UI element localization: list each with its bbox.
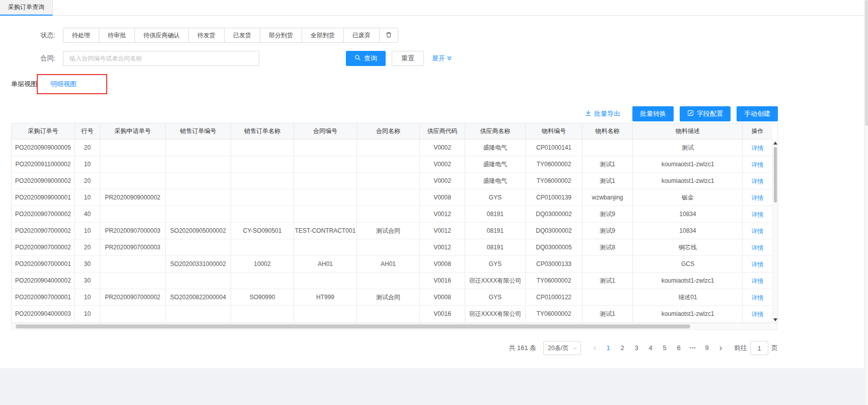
- detail-link[interactable]: 详情: [752, 278, 764, 285]
- batch-export-link[interactable]: 批量导出: [585, 109, 620, 118]
- tab-document-view[interactable]: 单据视图: [11, 80, 37, 89]
- total-count: 共 161 条: [509, 344, 536, 353]
- status-filter-button[interactable]: 待供应商确认: [134, 28, 189, 43]
- ops-body: 详情详情详情详情详情详情详情详情详情详情详情: [743, 140, 772, 322]
- page-number[interactable]: 4: [643, 341, 658, 355]
- ops-cell: 详情: [743, 289, 772, 306]
- status-filter-button[interactable]: 待处理: [63, 28, 99, 43]
- table-row: PO2020090400000310V0016宿迁XXXX有限公司TY06000…: [12, 306, 743, 322]
- table-row: PO2020091100000210V0002盛隆电气TY06000002测试1…: [12, 156, 743, 173]
- column-header: 行号: [75, 123, 100, 139]
- prev-page-button[interactable]: [588, 341, 601, 355]
- table-cell: PR20200909000002: [100, 189, 166, 206]
- tab-purchase-order-query[interactable]: 采购订单查询: [0, 0, 53, 16]
- table-cell: SO20200905000002: [166, 223, 231, 239]
- form-edit-icon: [687, 110, 694, 118]
- status-filter-button[interactable]: 全部到货: [302, 28, 344, 43]
- status-filter-button[interactable]: 已发货: [224, 28, 260, 43]
- goto-page-input[interactable]: [750, 341, 768, 355]
- table-cell: 测试1: [583, 173, 633, 189]
- table-header: 采购订单号行号采购申请单号销售订单编号销售订单名称合同编号合同名称供应商代码供应…: [12, 123, 743, 140]
- table-cell: 30: [75, 273, 100, 289]
- table-cell: 测试9: [583, 206, 633, 222]
- pager-ellipsis[interactable]: •••: [686, 341, 700, 355]
- table-cell: [231, 206, 294, 222]
- field-config-button[interactable]: 字段配置: [680, 106, 731, 121]
- ops-cell: 详情: [743, 156, 772, 173]
- manual-create-button[interactable]: 手动创建: [737, 106, 778, 121]
- h-scroll-thumb[interactable]: [16, 324, 690, 328]
- table-cell: [583, 289, 633, 305]
- status-filter-button[interactable]: 待审批: [99, 28, 135, 43]
- column-header: 销售订单编号: [166, 123, 231, 139]
- column-header: 采购申请单号: [100, 123, 166, 139]
- table-cell: 10: [75, 306, 100, 322]
- page-number[interactable]: 6: [672, 341, 686, 355]
- v-scrollbar[interactable]: [772, 140, 777, 323]
- page-number[interactable]: 5: [658, 341, 672, 355]
- next-page-button[interactable]: [714, 341, 727, 355]
- page-number[interactable]: 1: [601, 341, 615, 355]
- table-cell: [166, 140, 231, 156]
- detail-link[interactable]: 详情: [752, 244, 764, 251]
- query-button[interactable]: 查询: [346, 51, 386, 66]
- table-cell: [231, 273, 294, 289]
- table-cell: 测试9: [583, 223, 633, 239]
- contract-input[interactable]: [63, 51, 259, 66]
- table-cell: [166, 239, 231, 255]
- table-cell: 盛隆电气: [465, 173, 526, 189]
- page-number[interactable]: 3: [629, 341, 643, 355]
- column-header: 销售订单名称: [231, 123, 294, 139]
- status-filter-button[interactable]: 部分到货: [260, 28, 302, 43]
- h-scrollbar[interactable]: [11, 323, 778, 330]
- batch-convert-button[interactable]: 批量转换: [632, 106, 674, 121]
- page-size-select[interactable]: 20条/页: [543, 341, 581, 355]
- detail-link[interactable]: 详情: [752, 194, 764, 201]
- detail-link[interactable]: 详情: [752, 294, 764, 301]
- table-cell: [100, 306, 166, 322]
- detail-link[interactable]: 详情: [752, 211, 764, 218]
- scroll-up-arrow[interactable]: [773, 142, 777, 145]
- column-header: 物料名称: [583, 123, 633, 139]
- table-cell: 铜芯线: [633, 239, 743, 255]
- scroll-down-arrow[interactable]: [773, 318, 777, 321]
- tab-detail-view[interactable]: 明细视图: [50, 80, 77, 89]
- detail-link[interactable]: 详情: [752, 261, 764, 268]
- page-scrollbar[interactable]: [864, 0, 868, 405]
- table-cell: [166, 306, 231, 322]
- page-number[interactable]: 2: [615, 341, 629, 355]
- clear-status-button[interactable]: [379, 28, 398, 43]
- table-cell: [583, 256, 633, 272]
- table-cell: V0008: [420, 256, 465, 272]
- detail-link[interactable]: 详情: [752, 311, 764, 318]
- page-number[interactable]: 9: [700, 341, 714, 355]
- table-cell: DQ03000002: [526, 223, 583, 239]
- expand-link[interactable]: 展开: [432, 54, 452, 63]
- table-cell: [100, 256, 166, 272]
- chevron-right-icon: [718, 346, 724, 351]
- table-cell: 钣金: [633, 189, 743, 206]
- status-filter-button[interactable]: 已废弃: [343, 28, 380, 43]
- reset-button[interactable]: 重置: [392, 51, 424, 66]
- detail-link[interactable]: 详情: [752, 161, 764, 168]
- status-filter-button[interactable]: 待发货: [188, 28, 225, 43]
- trash-icon: [385, 31, 392, 40]
- table-cell: 10: [75, 189, 100, 206]
- table-cell: [357, 156, 420, 172]
- page-scroll-thumb[interactable]: [865, 0, 868, 126]
- table-cell: CP01000122: [526, 289, 583, 305]
- table-cell: [294, 173, 357, 189]
- table-cell: PO20200907000001: [12, 256, 75, 272]
- detail-link[interactable]: 详情: [752, 228, 764, 235]
- table-row: PO2020090700000240V001208191DQ03000002测试…: [12, 206, 743, 223]
- table-cell: 20: [75, 140, 100, 156]
- table-cell: 10834: [633, 223, 743, 239]
- ops-cell: 详情: [743, 256, 772, 273]
- v-scroll-thumb[interactable]: [774, 147, 777, 202]
- table-row: PO2020090700000220PR20200907000003V00120…: [12, 239, 743, 256]
- table-cell: koumiaotst1-zwlzc1: [633, 173, 743, 189]
- table-body: PO2020090900000520V0002盛隆电气CP01000141测试P…: [12, 140, 743, 322]
- table-cell: [166, 189, 231, 206]
- detail-link[interactable]: 详情: [752, 145, 764, 152]
- detail-link[interactable]: 详情: [752, 178, 764, 185]
